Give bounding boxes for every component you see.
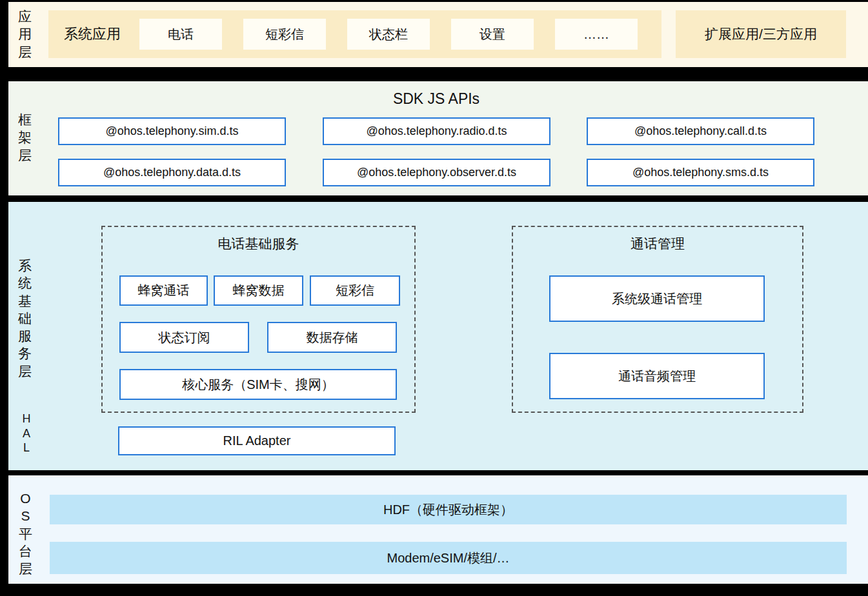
sdk-js-apis-title: SDK JS APIs bbox=[58, 90, 814, 108]
ril-adapter-box: RIL Adapter bbox=[118, 426, 396, 455]
api-box-data: @ohos.telephony.data.d.ts bbox=[58, 159, 286, 186]
service-box-state-subscribe: 状态订阅 bbox=[119, 322, 249, 353]
api-box-observer: @ohos.telephony.observer.d.ts bbox=[323, 159, 550, 186]
os-platform-layer-section: OS平台层 HDF（硬件驱动框架） Modem/eSIM/模组/… bbox=[8, 475, 868, 584]
service-box-data-storage: 数据存储 bbox=[267, 322, 397, 353]
app-layer-section: 应用层 系统应用 电话 短彩信 状态栏 设置 …… 扩展应用/三方应用 bbox=[8, 2, 868, 67]
hal-label: HAL bbox=[21, 412, 32, 455]
api-box-sim: @ohos.telephony.sim.d.ts bbox=[58, 117, 286, 145]
api-box-radio: @ohos.telephony.radio.d.ts bbox=[323, 117, 550, 145]
app-box-more: …… bbox=[555, 19, 638, 50]
system-services-layer-section: 系统基础服务层 HAL 电话基础服务 蜂窝通话 蜂窝数据 短彩信 状态订阅 数据… bbox=[8, 202, 868, 470]
system-apps-band: 系统应用 电话 短彩信 状态栏 设置 …… bbox=[48, 10, 661, 58]
modem-bar: Modem/eSIM/模组/… bbox=[50, 542, 847, 574]
system-apps-label: 系统应用 bbox=[64, 10, 121, 58]
service-box-cellular-data: 蜂窝数据 bbox=[214, 275, 303, 306]
extended-third-party-apps-box: 扩展应用/三方应用 bbox=[676, 10, 846, 58]
api-box-call: @ohos.telephony.call.d.ts bbox=[587, 117, 814, 145]
service-box-cellular-call: 蜂窝通话 bbox=[119, 275, 208, 306]
app-box-sms-mms: 短彩信 bbox=[243, 19, 326, 50]
app-layer-label: 应用层 bbox=[18, 8, 32, 61]
framework-layer-section: 框架层 SDK JS APIs @ohos.telephony.sim.d.ts… bbox=[8, 81, 868, 195]
api-box-sms: @ohos.telephony.sms.d.ts bbox=[587, 159, 814, 186]
call-management-title: 通话管理 bbox=[513, 235, 802, 253]
service-box-sms-mms: 短彩信 bbox=[310, 275, 400, 306]
service-box-core-service: 核心服务（SIM卡、搜网） bbox=[119, 369, 397, 400]
app-box-settings: 设置 bbox=[451, 19, 534, 50]
telephony-base-services-title: 电话基础服务 bbox=[103, 235, 414, 253]
telephony-base-services-group: 电话基础服务 蜂窝通话 蜂窝数据 短彩信 状态订阅 数据存储 核心服务（SIM卡… bbox=[101, 226, 416, 413]
hdf-bar: HDF（硬件驱动框架） bbox=[50, 495, 847, 524]
app-box-statusbar: 状态栏 bbox=[347, 19, 430, 50]
system-services-layer-label: 系统基础服务层 bbox=[18, 257, 32, 380]
app-box-phone: 电话 bbox=[139, 19, 222, 50]
framework-layer-label: 框架层 bbox=[18, 111, 32, 164]
service-box-system-call-management: 系统级通话管理 bbox=[549, 275, 765, 322]
call-management-group: 通话管理 系统级通话管理 通话音频管理 bbox=[512, 226, 803, 413]
os-platform-layer-label: OS平台层 bbox=[19, 490, 32, 577]
service-box-call-audio-management: 通话音频管理 bbox=[549, 353, 765, 399]
